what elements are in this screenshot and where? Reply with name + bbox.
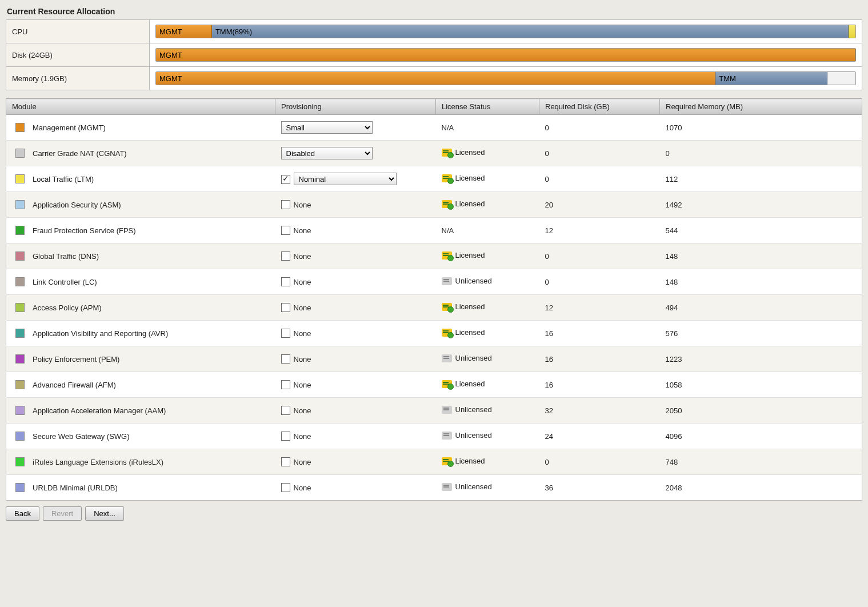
licensed-icon [442,251,452,259]
license-status: Unlicensed [442,482,492,491]
alloc-mem-label: Memory (1.9GB) [6,67,150,90]
module-row: Carrier Grade NAT (CGNAT)DisabledSmallNo… [6,141,862,166]
alloc-disk-label: Disk (24GB) [6,43,150,67]
col-license[interactable]: License Status [436,99,539,115]
provisioning-none: None [294,329,311,338]
cpu-bar: MGMTTMM(89%) [155,25,856,38]
required-memory: 494 [660,295,862,321]
required-memory: 576 [660,321,862,346]
provisioning-checkbox[interactable] [281,277,290,286]
license-status: Unlicensed [442,354,492,362]
required-disk: 0 [539,269,660,295]
provisioning-select[interactable]: DisabledSmallNominalDedicated [281,147,373,159]
license-status: Licensed [442,251,485,259]
required-disk: 16 [539,346,660,372]
required-memory: 1058 [660,372,862,398]
provisioning-checkbox[interactable] [281,483,290,492]
required-disk: 36 [539,475,660,501]
licensed-icon [442,200,452,208]
module-name: Application Visibility and Reporting (AV… [33,329,168,338]
bar-segment [849,25,855,38]
module-row: Application Visibility and Reporting (AV… [6,321,862,346]
module-color-swatch [15,149,25,158]
required-memory: 4096 [660,424,862,449]
license-status: Unlicensed [442,277,492,285]
required-memory: 2048 [660,475,862,501]
bar-segment: MGMT [156,25,212,38]
bar-segment: TMM [715,72,827,85]
licensed-icon [442,457,452,465]
provisioning-none: None [294,484,311,492]
licensed-icon [442,149,452,157]
module-color-swatch [15,174,25,183]
required-memory: 1223 [660,346,862,372]
unlicensed-icon [442,432,452,440]
required-disk: 16 [539,321,660,346]
col-disk[interactable]: Required Disk (GB) [539,99,660,115]
back-button[interactable]: Back [6,506,39,521]
module-name: Management (MGMT) [33,123,106,132]
provisioning-none: None [294,226,311,235]
module-row: Application Acceleration Manager (AAM)No… [6,398,862,424]
licensed-icon [442,174,452,182]
module-row: URLDB Minimal (URLDB)NoneUnlicensed36204… [6,475,862,501]
module-name: Global Traffic (DNS) [33,252,99,261]
memory-bar: MGMTTMM [155,71,856,85]
col-provisioning[interactable]: Provisioning [275,99,436,115]
module-color-swatch [15,457,25,466]
provisioning-checkbox[interactable] [281,329,290,338]
section-title: Current Resource Allocation [6,6,862,19]
module-color-swatch [15,123,25,132]
provisioning-checkbox[interactable] [281,457,290,466]
module-color-swatch [15,226,25,235]
module-name: Application Acceleration Manager (AAM) [33,406,166,415]
required-memory: 1070 [660,115,862,141]
provisioning-checkbox[interactable] [281,200,290,209]
required-memory: 148 [660,269,862,295]
provisioning-checkbox[interactable] [281,354,290,364]
provisioning-checkbox[interactable] [281,251,290,261]
disk-bar: MGMT [155,48,856,62]
module-row: Global Traffic (DNS)NoneLicensed0148 [6,243,862,269]
provisioning-checkbox[interactable] [281,226,290,235]
col-memory[interactable]: Required Memory (MB) [660,99,862,115]
module-color-swatch [15,329,25,338]
provisioning-checkbox[interactable] [281,406,290,415]
provisioning-none: None [294,406,311,415]
required-memory: 544 [660,218,862,243]
module-color-swatch [15,303,25,312]
licensed-icon [442,329,452,337]
required-disk: 20 [539,192,660,218]
licensed-icon [442,303,452,311]
module-row: Application Security (ASM)NoneLicensed20… [6,192,862,218]
next-button[interactable]: Next... [85,506,124,521]
provisioning-checkbox[interactable] [281,432,290,441]
license-status: Licensed [442,302,485,311]
module-color-swatch [15,200,25,209]
module-row: Management (MGMT)DisabledSmallNominalDed… [6,115,862,141]
module-color-swatch [15,277,25,286]
module-color-swatch [15,406,25,415]
license-status: Licensed [442,457,485,465]
provisioning-checkbox[interactable] [281,380,290,389]
unlicensed-icon [442,277,452,285]
col-module[interactable]: Module [6,99,275,115]
license-status: Licensed [442,380,485,388]
provisioning-select[interactable]: DisabledSmallNominalDedicated [281,121,373,134]
module-color-swatch [15,432,25,441]
unlicensed-icon [442,354,452,362]
bar-segment: TMM(89%) [212,25,849,38]
module-name: Secure Web Gateway (SWG) [33,432,130,441]
required-memory: 0 [660,141,862,166]
provisioning-checkbox[interactable] [281,175,290,184]
module-name: Policy Enforcement (PEM) [33,355,119,364]
revert-button[interactable]: Revert [43,506,82,521]
license-status: Licensed [442,174,485,182]
module-row: Link Controller (LC)NoneUnlicensed0148 [6,269,862,295]
required-memory: 112 [660,166,862,192]
provisioning-checkbox[interactable] [281,303,290,312]
module-table: Module Provisioning License Status Requi… [6,98,862,501]
required-disk: 0 [539,166,660,192]
provisioning-select[interactable]: DisabledSmallNominalDedicated [294,173,397,185]
provisioning-none: None [294,252,311,261]
